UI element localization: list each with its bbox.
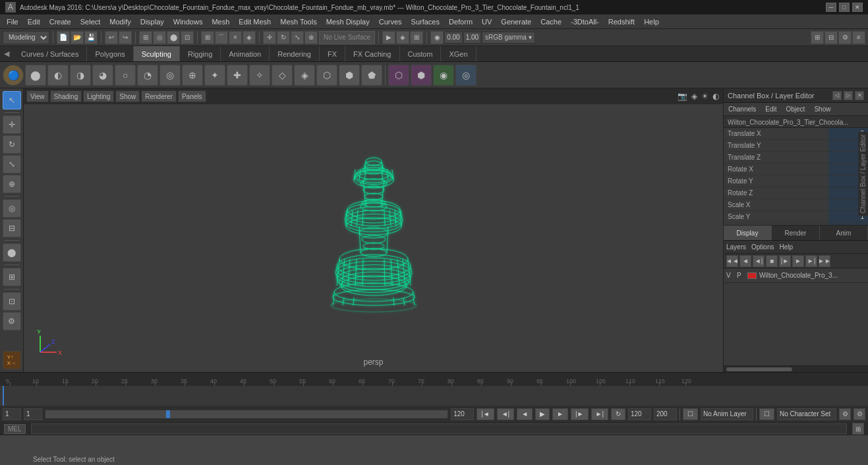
scrollbar-thumb[interactable] [726, 367, 792, 371]
layer-scrollbar[interactable] [724, 365, 868, 372]
scale-tool-btn[interactable]: ⤡ [3, 155, 21, 173]
tab-curves-surfaces[interactable]: Curves / Surfaces [13, 46, 87, 61]
display-quality-icon[interactable]: ◈ [690, 92, 699, 101]
sculpt-brush-btn[interactable]: ⬤ [3, 243, 21, 262]
universal-tool-btn[interactable]: ⊕ [3, 175, 21, 193]
layer-prev-btn[interactable]: ◄ [739, 255, 751, 267]
workspace-dropdown[interactable]: Modeling [3, 31, 49, 44]
layer-prev-prev-btn[interactable]: ◄◄ [726, 255, 738, 267]
snap-curve-btn[interactable]: ⌒ [215, 31, 228, 44]
lighting-icon-vp[interactable]: ☀ [700, 92, 710, 101]
lasso-select-btn[interactable]: ◎ [153, 31, 166, 44]
panel-close-btn[interactable]: ✕ [855, 91, 864, 100]
sculpt-tool-2[interactable]: ⬤ [25, 65, 46, 86]
layer-next-btn[interactable]: ► [792, 255, 804, 267]
sculpt-tool-19[interactable]: ⬢ [411, 65, 432, 86]
sculpt-tool-17[interactable]: ⬟ [361, 65, 382, 86]
frame-start-field[interactable]: 1 [3, 408, 21, 420]
camera-icon[interactable]: 📷 [676, 92, 689, 101]
menu-modify[interactable]: Modify [105, 16, 134, 27]
sculpt-tool-10[interactable]: ✦ [204, 65, 225, 86]
close-button[interactable]: ✕ [852, 3, 863, 12]
menu-deform[interactable]: Deform [445, 16, 477, 27]
snap-surface-btn[interactable]: ◈ [243, 31, 256, 44]
menu-generate[interactable]: Generate [497, 16, 535, 27]
tab-animation[interactable]: Animation [221, 46, 270, 61]
rotate-btn[interactable]: ↻ [277, 31, 290, 44]
vp-renderer-menu[interactable]: Renderer [141, 90, 177, 102]
select-tool-btn[interactable]: ↖ [3, 91, 21, 109]
timeline-track[interactable] [0, 386, 868, 406]
menu-mesh[interactable]: Mesh [208, 16, 233, 27]
soft-select-btn-lt[interactable]: ◎ [3, 199, 21, 218]
ch-menu-edit[interactable]: Edit [763, 104, 778, 114]
tab-fx[interactable]: FX [320, 46, 345, 61]
vp-shading-menu[interactable]: Shading [50, 90, 82, 102]
menu-mesh-display[interactable]: Mesh Display [322, 16, 374, 27]
minimize-button[interactable]: ─ [826, 3, 836, 12]
play-btn[interactable]: ▶ [535, 408, 550, 420]
next-key-btn[interactable]: |► [571, 408, 589, 420]
loop-btn[interactable]: ↻ [611, 408, 625, 420]
move-tool-btn[interactable]: ✛ [3, 115, 21, 134]
layer-next-frame-btn[interactable]: |► [779, 255, 791, 267]
menu-3dtoall[interactable]: -3DtoAll- [567, 16, 603, 27]
tab-rendering[interactable]: Rendering [270, 46, 320, 61]
snap-point-btn[interactable]: × [229, 31, 242, 44]
frame-end-right-field[interactable]: 120 [451, 408, 474, 420]
ch-menu-object[interactable]: Object [784, 104, 807, 114]
tab-custom[interactable]: Custom [400, 46, 442, 61]
paint-select-btn[interactable]: ⬤ [167, 31, 180, 44]
anim-layer-field[interactable]: No Anim Layer [701, 408, 753, 420]
open-scene-btn[interactable]: 📂 [71, 31, 84, 44]
go-start-btn[interactable]: |◄ [477, 408, 494, 420]
layer-end-btn[interactable]: ►► [819, 255, 830, 267]
render-btn[interactable]: ▶ [382, 31, 395, 44]
tab-fx-caching[interactable]: FX Caching [345, 46, 399, 61]
prev-frame-btn[interactable]: ◄ [517, 408, 533, 420]
layout-btn[interactable]: ⊞ [3, 268, 21, 286]
sculpt-tool-11[interactable]: ✚ [227, 65, 248, 86]
sculpt-tool-18[interactable]: ⬡ [388, 65, 409, 86]
universal-manip-btn[interactable]: ⊕ [304, 31, 318, 44]
vp-lighting-menu[interactable]: Lighting [83, 90, 114, 102]
sculpt-tool-13[interactable]: ◇ [272, 65, 293, 86]
display-tab[interactable]: Display [724, 226, 772, 240]
sculpt-tool-6[interactable]: ○ [115, 65, 136, 86]
sculpt-tool-5[interactable]: ◕ [92, 65, 113, 86]
tab-polygons[interactable]: Polygons [87, 46, 133, 61]
tab-sculpting[interactable]: Sculpting [134, 46, 180, 61]
anim-settings-btn[interactable]: ⚙ [839, 408, 851, 420]
sculpt-tool-16[interactable]: ⬢ [339, 65, 360, 86]
icon-misc[interactable]: ≡ [852, 31, 865, 44]
menu-file[interactable]: File [3, 16, 22, 27]
sculpt-tool-3[interactable]: ◐ [47, 65, 69, 86]
sculpt-tool-9[interactable]: ⊕ [182, 65, 203, 86]
char-settings-btn[interactable]: ⚙ [854, 408, 865, 420]
scale-btn[interactable]: ⤡ [291, 31, 304, 44]
sculpt-tool-20[interactable]: ◉ [433, 65, 454, 86]
layer-prev-frame-btn[interactable]: ◄| [753, 255, 765, 267]
sculpt-tool-7[interactable]: ◔ [137, 65, 158, 86]
sculpt-tool-14[interactable]: ◈ [294, 65, 315, 86]
menu-edit[interactable]: Edit [24, 16, 44, 27]
max-frame-field[interactable]: 200 [654, 408, 677, 420]
ch-menu-channels[interactable]: Channels [726, 104, 758, 114]
menu-mesh-tools[interactable]: Mesh Tools [276, 16, 320, 27]
menu-create[interactable]: Create [45, 16, 75, 27]
layer-playback[interactable]: P [737, 272, 745, 279]
viewport-label-btn[interactable]: Y↑X→ [3, 351, 21, 369]
sculpt-tool-15[interactable]: ⬡ [316, 65, 337, 86]
layer-stop-btn[interactable]: ■ [766, 255, 778, 267]
vp-show-menu[interactable]: Show [115, 90, 140, 102]
rotate-tool-btn[interactable]: ↻ [3, 135, 21, 154]
tab-rigging[interactable]: Rigging [180, 46, 221, 61]
next-frame-btn[interactable]: ► [552, 408, 568, 420]
sculpt-tool-4[interactable]: ◑ [70, 65, 91, 86]
sculpt-tool-12[interactable]: ✧ [249, 65, 270, 86]
menu-display[interactable]: Display [136, 16, 168, 27]
snap-btn[interactable]: ⊡ [3, 292, 21, 311]
save-scene-btn[interactable]: 💾 [84, 31, 98, 44]
icon-settings[interactable]: ⚙ [838, 31, 852, 44]
menu-select[interactable]: Select [76, 16, 105, 27]
